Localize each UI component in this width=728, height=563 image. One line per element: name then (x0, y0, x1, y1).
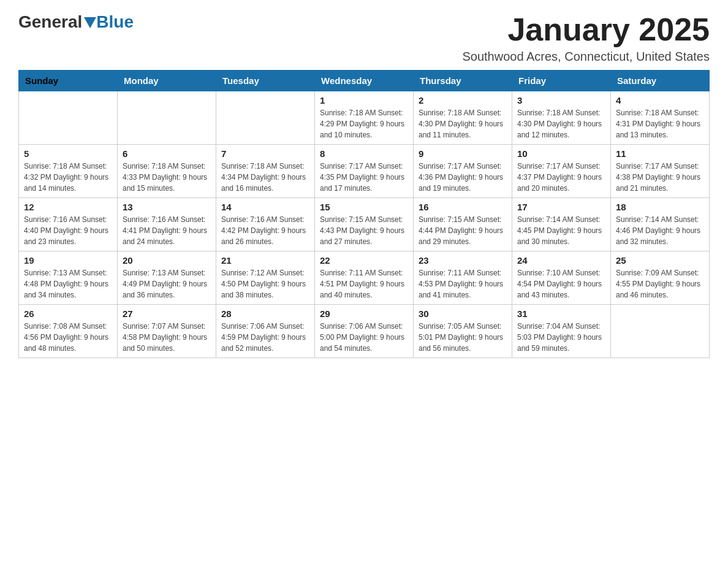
day-info: Sunrise: 7:13 AM Sunset: 4:49 PM Dayligh… (123, 267, 211, 301)
calendar-header-thursday: Thursday (414, 71, 512, 91)
day-number: 14 (221, 202, 309, 212)
day-number: 11 (616, 148, 704, 159)
day-info: Sunrise: 7:11 AM Sunset: 4:51 PM Dayligh… (320, 267, 408, 301)
calendar-cell: 29Sunrise: 7:06 AM Sunset: 5:00 PM Dayli… (315, 305, 414, 358)
day-info: Sunrise: 7:06 AM Sunset: 4:59 PM Dayligh… (221, 321, 309, 354)
calendar-cell: 22Sunrise: 7:11 AM Sunset: 4:51 PM Dayli… (315, 251, 414, 305)
calendar-cell: 26Sunrise: 7:08 AM Sunset: 4:56 PM Dayli… (19, 305, 118, 358)
day-number: 23 (419, 255, 507, 266)
calendar-cell: 3Sunrise: 7:18 AM Sunset: 4:30 PM Daylig… (512, 91, 611, 145)
month-title: January 2025 (462, 12, 710, 47)
calendar-week-row: 5Sunrise: 7:18 AM Sunset: 4:32 PM Daylig… (19, 145, 710, 198)
calendar-week-row: 1Sunrise: 7:18 AM Sunset: 4:29 PM Daylig… (19, 91, 710, 145)
day-info: Sunrise: 7:17 AM Sunset: 4:35 PM Dayligh… (320, 161, 408, 194)
title-area: January 2025 Southwood Acres, Connecticu… (462, 12, 710, 64)
day-number: 8 (320, 148, 408, 159)
day-number: 9 (419, 148, 507, 159)
day-number: 30 (419, 308, 507, 319)
day-info: Sunrise: 7:11 AM Sunset: 4:53 PM Dayligh… (419, 267, 507, 301)
calendar-cell: 9Sunrise: 7:17 AM Sunset: 4:36 PM Daylig… (414, 145, 512, 198)
logo-triangle-icon (84, 17, 96, 28)
day-number: 21 (221, 255, 309, 266)
day-number: 12 (24, 202, 112, 212)
calendar-table: SundayMondayTuesdayWednesdayThursdayFrid… (18, 70, 710, 358)
day-number: 24 (517, 255, 605, 266)
calendar-cell: 23Sunrise: 7:11 AM Sunset: 4:53 PM Dayli… (414, 251, 512, 305)
calendar-cell: 4Sunrise: 7:18 AM Sunset: 4:31 PM Daylig… (611, 91, 710, 145)
logo-blue-part: Blue (82, 12, 134, 32)
calendar-cell: 16Sunrise: 7:15 AM Sunset: 4:44 PM Dayli… (414, 198, 512, 251)
calendar-cell: 18Sunrise: 7:14 AM Sunset: 4:46 PM Dayli… (611, 198, 710, 251)
day-number: 20 (123, 255, 211, 266)
day-number: 3 (517, 95, 605, 105)
day-number: 28 (221, 308, 309, 319)
calendar-week-row: 12Sunrise: 7:16 AM Sunset: 4:40 PM Dayli… (19, 198, 710, 251)
day-number: 29 (320, 308, 408, 319)
day-number: 2 (419, 95, 507, 105)
day-info: Sunrise: 7:18 AM Sunset: 4:30 PM Dayligh… (517, 107, 605, 140)
day-info: Sunrise: 7:14 AM Sunset: 4:46 PM Dayligh… (616, 214, 704, 247)
calendar-header-row: SundayMondayTuesdayWednesdayThursdayFrid… (19, 71, 710, 91)
day-info: Sunrise: 7:18 AM Sunset: 4:29 PM Dayligh… (320, 107, 408, 140)
calendar-cell (611, 305, 710, 358)
calendar-cell: 17Sunrise: 7:14 AM Sunset: 4:45 PM Dayli… (512, 198, 611, 251)
calendar-cell: 1Sunrise: 7:18 AM Sunset: 4:29 PM Daylig… (315, 91, 414, 145)
day-info: Sunrise: 7:17 AM Sunset: 4:37 PM Dayligh… (517, 161, 605, 194)
day-info: Sunrise: 7:04 AM Sunset: 5:03 PM Dayligh… (517, 321, 605, 354)
calendar-cell (118, 91, 216, 145)
day-number: 22 (320, 255, 408, 266)
calendar-cell: 27Sunrise: 7:07 AM Sunset: 4:58 PM Dayli… (118, 305, 216, 358)
day-info: Sunrise: 7:12 AM Sunset: 4:50 PM Dayligh… (221, 267, 309, 301)
day-number: 16 (419, 202, 507, 212)
day-info: Sunrise: 7:17 AM Sunset: 4:36 PM Dayligh… (419, 161, 507, 194)
calendar-cell: 30Sunrise: 7:05 AM Sunset: 5:01 PM Dayli… (414, 305, 512, 358)
day-info: Sunrise: 7:16 AM Sunset: 4:40 PM Dayligh… (24, 214, 112, 247)
calendar-cell: 19Sunrise: 7:13 AM Sunset: 4:48 PM Dayli… (19, 251, 118, 305)
day-number: 15 (320, 202, 408, 212)
calendar-header-saturday: Saturday (611, 71, 710, 91)
day-info: Sunrise: 7:09 AM Sunset: 4:55 PM Dayligh… (616, 267, 704, 301)
calendar-cell: 20Sunrise: 7:13 AM Sunset: 4:49 PM Dayli… (118, 251, 216, 305)
day-info: Sunrise: 7:05 AM Sunset: 5:01 PM Dayligh… (419, 321, 507, 354)
calendar-cell (216, 91, 315, 145)
calendar-cell: 2Sunrise: 7:18 AM Sunset: 4:30 PM Daylig… (414, 91, 512, 145)
day-number: 13 (123, 202, 211, 212)
day-info: Sunrise: 7:15 AM Sunset: 4:43 PM Dayligh… (320, 214, 408, 247)
day-info: Sunrise: 7:14 AM Sunset: 4:45 PM Dayligh… (517, 214, 605, 247)
calendar-week-row: 19Sunrise: 7:13 AM Sunset: 4:48 PM Dayli… (19, 251, 710, 305)
day-info: Sunrise: 7:16 AM Sunset: 4:42 PM Dayligh… (221, 214, 309, 247)
day-number: 7 (221, 148, 309, 159)
calendar-cell: 14Sunrise: 7:16 AM Sunset: 4:42 PM Dayli… (216, 198, 315, 251)
logo-general: General (18, 12, 82, 32)
calendar-header-wednesday: Wednesday (315, 71, 414, 91)
calendar-header-tuesday: Tuesday (216, 71, 315, 91)
day-info: Sunrise: 7:17 AM Sunset: 4:38 PM Dayligh… (616, 161, 704, 194)
logo-text: General Blue (18, 12, 134, 32)
day-info: Sunrise: 7:18 AM Sunset: 4:31 PM Dayligh… (616, 107, 704, 140)
day-info: Sunrise: 7:18 AM Sunset: 4:32 PM Dayligh… (24, 161, 112, 194)
calendar-cell: 21Sunrise: 7:12 AM Sunset: 4:50 PM Dayli… (216, 251, 315, 305)
day-info: Sunrise: 7:08 AM Sunset: 4:56 PM Dayligh… (24, 321, 112, 354)
calendar-cell: 28Sunrise: 7:06 AM Sunset: 4:59 PM Dayli… (216, 305, 315, 358)
calendar-cell: 6Sunrise: 7:18 AM Sunset: 4:33 PM Daylig… (118, 145, 216, 198)
day-info: Sunrise: 7:18 AM Sunset: 4:33 PM Dayligh… (123, 161, 211, 194)
day-number: 27 (123, 308, 211, 319)
logo-blue-text: Blue (96, 12, 134, 32)
logo: General Blue (18, 12, 134, 32)
day-info: Sunrise: 7:18 AM Sunset: 4:34 PM Dayligh… (221, 161, 309, 194)
day-number: 1 (320, 95, 408, 105)
day-number: 4 (616, 95, 704, 105)
day-number: 6 (123, 148, 211, 159)
calendar-cell: 12Sunrise: 7:16 AM Sunset: 4:40 PM Dayli… (19, 198, 118, 251)
day-number: 10 (517, 148, 605, 159)
page-header: General Blue January 2025 Southwood Acre… (18, 12, 710, 64)
calendar-header-sunday: Sunday (19, 71, 118, 91)
day-number: 26 (24, 308, 112, 319)
calendar-cell: 31Sunrise: 7:04 AM Sunset: 5:03 PM Dayli… (512, 305, 611, 358)
day-number: 19 (24, 255, 112, 266)
calendar-cell: 5Sunrise: 7:18 AM Sunset: 4:32 PM Daylig… (19, 145, 118, 198)
day-number: 18 (616, 202, 704, 212)
calendar-header-friday: Friday (512, 71, 611, 91)
calendar-cell: 8Sunrise: 7:17 AM Sunset: 4:35 PM Daylig… (315, 145, 414, 198)
day-info: Sunrise: 7:06 AM Sunset: 5:00 PM Dayligh… (320, 321, 408, 354)
